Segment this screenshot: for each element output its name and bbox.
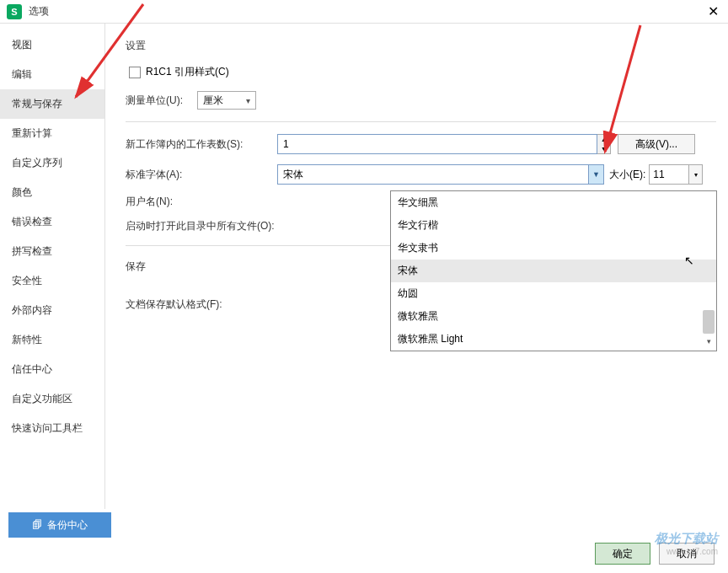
font-combo[interactable]: 宋体 ▼	[277, 164, 604, 185]
dropdown-item[interactable]: 华文细黑	[391, 191, 716, 214]
r1c1-row: R1C1 引用样式(C)	[129, 65, 716, 79]
sheets-row: 新工作簿内的工作表数(S): ▲ ▼ 高级(V)...	[126, 134, 716, 154]
sidebar-item-recalc[interactable]: 重新计算	[0, 119, 104, 148]
dropdown-item[interactable]: 华文隶书	[391, 237, 716, 260]
ok-button[interactable]: 确定	[595, 543, 650, 565]
sidebar-item-error-check[interactable]: 错误检查	[0, 207, 104, 237]
main-area: 视图 编辑 常规与保存 重新计算 自定义序列 颜色 错误检查 拼写检查 安全性 …	[0, 24, 728, 509]
r1c1-label: R1C1 引用样式(C)	[146, 65, 229, 79]
scrollbar[interactable]: ▾	[703, 193, 715, 349]
dropdown-item[interactable]: 华文行楷	[391, 214, 716, 237]
sidebar-item-edit[interactable]: 编辑	[0, 60, 104, 89]
dropdown-item[interactable]: 微软雅黑	[391, 305, 716, 328]
section-settings-title: 设置	[126, 39, 716, 53]
sidebar-item-custom-list[interactable]: 自定义序列	[0, 148, 104, 178]
backup-label: 备份中心	[47, 518, 88, 533]
sidebar-item-custom-ribbon[interactable]: 自定义功能区	[0, 384, 104, 414]
unit-row: 测量单位(U): 厘米	[126, 91, 716, 110]
size-chevron-down-icon[interactable]: ▾	[689, 164, 703, 185]
sheets-label: 新工作簿内的工作表数(S):	[126, 137, 277, 152]
font-dropdown: 华文细黑 华文行楷 华文隶书 宋体 幼圆 微软雅黑 微软雅黑 Light ▾	[390, 190, 717, 351]
sidebar-item-trust-center[interactable]: 信任中心	[0, 355, 104, 384]
format-label: 文档保存默认格式(F):	[126, 297, 277, 312]
footer-left: 🗐 备份中心	[8, 512, 111, 538]
app-icon: S	[7, 4, 22, 19]
startup-label: 启动时打开此目录中所有文件(O):	[126, 219, 311, 233]
sidebar-item-external[interactable]: 外部内容	[0, 296, 104, 325]
dropdown-item[interactable]: 幼圆	[391, 282, 716, 305]
font-value: 宋体	[283, 168, 303, 182]
font-row: 标准字体(A): 宋体 ▼ 大小(E): ▾	[126, 164, 716, 185]
sheets-input[interactable]	[277, 134, 597, 154]
sidebar-item-new-features[interactable]: 新特性	[0, 325, 104, 355]
scrollbar-down-icon[interactable]: ▾	[703, 337, 715, 349]
sidebar-item-spell-check[interactable]: 拼写检查	[0, 237, 104, 266]
backup-icon: 🗐	[32, 519, 42, 531]
divider	[126, 121, 716, 122]
advanced-button[interactable]: 高级(V)...	[618, 134, 695, 154]
sidebar-item-quick-access[interactable]: 快速访问工具栏	[0, 414, 104, 443]
sidebar: 视图 编辑 常规与保存 重新计算 自定义序列 颜色 错误检查 拼写检查 安全性 …	[0, 24, 105, 509]
watermark: 极光下载站 www.xz7.com	[655, 531, 718, 556]
sidebar-item-general-save[interactable]: 常规与保存	[0, 89, 104, 119]
content-panel: 设置 R1C1 引用样式(C) 测量单位(U): 厘米 新工作簿内的工作表数(S…	[105, 24, 728, 509]
section-save-title: 保存	[126, 260, 277, 274]
chevron-down-icon[interactable]: ▼	[588, 165, 603, 184]
dropdown-item[interactable]: 微软雅黑 Light	[391, 328, 716, 351]
window-title: 选项	[29, 4, 704, 19]
backup-center-button[interactable]: 🗐 备份中心	[8, 512, 111, 538]
spinner-up-icon[interactable]: ▲	[597, 135, 610, 144]
sidebar-item-security[interactable]: 安全性	[0, 266, 104, 296]
titlebar: S 选项 ✕	[0, 0, 728, 24]
unit-select[interactable]: 厘米	[197, 91, 256, 110]
spinner-down-icon[interactable]: ▼	[597, 144, 610, 153]
user-label: 用户名(N):	[126, 195, 277, 209]
r1c1-checkbox[interactable]	[129, 67, 141, 78]
size-input[interactable]	[649, 164, 689, 185]
sheets-spinner[interactable]: ▲ ▼	[597, 134, 611, 154]
size-label: 大小(E):	[609, 168, 645, 182]
font-label: 标准字体(A):	[126, 168, 277, 182]
close-button[interactable]: ✕	[704, 3, 721, 20]
watermark-brand: 极光下载站	[655, 531, 718, 547]
sidebar-item-view[interactable]: 视图	[0, 30, 104, 60]
unit-label: 测量单位(U):	[126, 94, 197, 108]
scrollbar-thumb[interactable]	[703, 310, 715, 334]
watermark-url: www.xz7.com	[655, 547, 718, 556]
dropdown-item[interactable]: 宋体	[391, 260, 716, 282]
sidebar-item-color[interactable]: 颜色	[0, 178, 104, 207]
